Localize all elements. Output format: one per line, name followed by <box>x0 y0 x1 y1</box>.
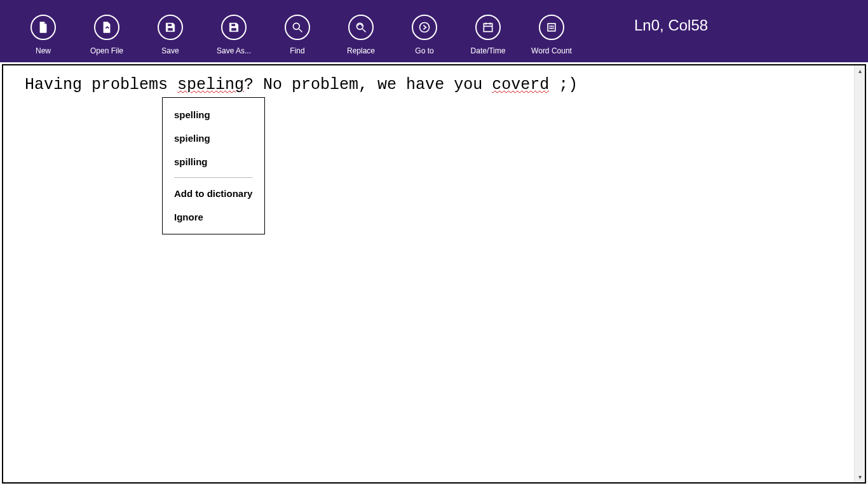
wordcount-icon <box>539 15 564 40</box>
misspelled-word[interactable]: coverd <box>492 76 549 94</box>
editor-content[interactable]: Having problems speling? No problem, we … <box>3 65 865 104</box>
save-as-icon <box>221 15 247 40</box>
spellcheck-context-menu: spelling spieling spilling Add to dictio… <box>162 97 265 234</box>
svg-point-4 <box>293 23 299 29</box>
find-button[interactable]: Find <box>266 7 329 55</box>
svg-point-14 <box>550 26 551 27</box>
file-new-icon <box>31 15 56 40</box>
open-file-button[interactable]: Open File <box>75 7 139 55</box>
toolbar-label: Open File <box>90 46 123 55</box>
text-segment: Having problems <box>25 76 177 94</box>
toolbar-label: Save <box>161 46 179 55</box>
svg-point-17 <box>550 28 551 29</box>
wordcount-button[interactable]: Word Count <box>520 7 583 55</box>
svg-rect-9 <box>484 24 492 31</box>
toolbar-label: Find <box>290 46 304 55</box>
goto-button[interactable]: Go to <box>393 7 456 55</box>
menu-separator <box>174 177 253 178</box>
scroll-down-icon[interactable]: ▾ <box>855 471 865 482</box>
toolbar-label: New <box>36 46 51 55</box>
svg-rect-0 <box>168 24 172 26</box>
svg-line-5 <box>299 29 302 32</box>
search-icon <box>285 15 310 40</box>
misspelled-word[interactable]: speling <box>177 76 244 94</box>
svg-rect-13 <box>548 24 555 31</box>
calendar-icon <box>475 15 501 40</box>
replace-button[interactable]: Replace <box>329 7 393 55</box>
new-button[interactable]: New <box>11 7 75 55</box>
datetime-button[interactable]: Date/Time <box>456 7 520 55</box>
toolbar-label: Go to <box>415 46 433 55</box>
text-segment: ? No problem, we have you <box>244 76 492 94</box>
svg-rect-2 <box>231 24 236 26</box>
goto-icon <box>412 15 437 40</box>
toolbar-label: Replace <box>347 46 375 55</box>
svg-point-15 <box>551 26 552 27</box>
svg-point-16 <box>553 26 554 27</box>
save-button[interactable]: Save <box>139 7 202 55</box>
save-as-button[interactable]: Save As... <box>202 7 266 55</box>
vertical-scrollbar[interactable]: ▴ ▾ <box>854 65 865 482</box>
save-icon <box>158 15 183 40</box>
open-file-icon <box>94 15 119 40</box>
svg-point-18 <box>551 28 552 29</box>
svg-line-7 <box>363 29 366 32</box>
suggestion-item[interactable]: spieling <box>163 126 264 150</box>
cursor-position-status: Ln0, Col58 <box>634 17 708 34</box>
svg-rect-1 <box>168 28 173 31</box>
toolbar-label: Word Count <box>531 46 572 55</box>
toolbar-label: Save As... <box>217 46 251 55</box>
scroll-up-icon[interactable]: ▴ <box>855 65 865 76</box>
svg-point-8 <box>420 23 430 32</box>
replace-icon <box>348 15 374 40</box>
toolbar: New Open File Save Save As... Find Repla… <box>0 0 868 62</box>
text-segment: ;) <box>549 76 578 94</box>
suggestion-item[interactable]: spelling <box>163 103 264 126</box>
suggestion-item[interactable]: spilling <box>163 150 264 173</box>
toolbar-label: Date/Time <box>471 46 506 55</box>
ignore-item[interactable]: Ignore <box>163 205 264 229</box>
svg-point-19 <box>553 28 554 29</box>
svg-rect-3 <box>231 28 236 31</box>
editor-area[interactable]: Having problems speling? No problem, we … <box>2 64 866 484</box>
add-to-dictionary-item[interactable]: Add to dictionary <box>163 182 264 205</box>
